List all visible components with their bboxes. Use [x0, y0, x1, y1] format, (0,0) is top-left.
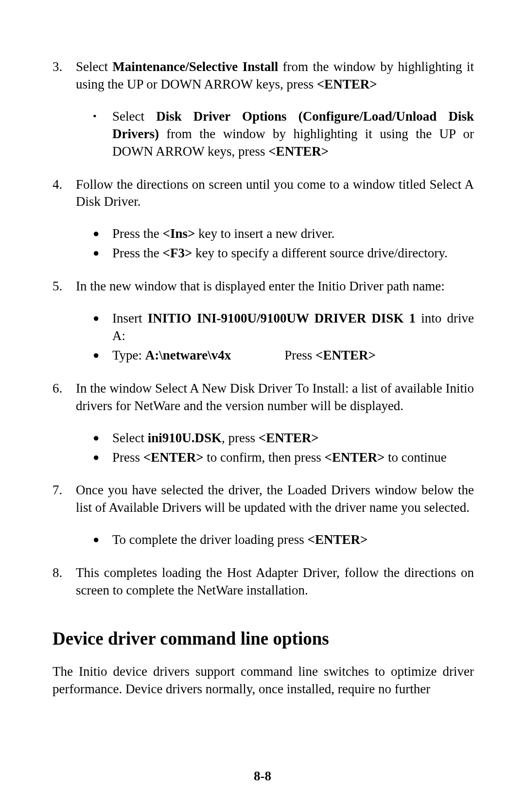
bullet-icon: ● [93, 347, 112, 364]
text: Select [112, 431, 148, 445]
key-ins: <Ins> [163, 226, 195, 241]
sub-list: ● Press the <Ins> key to insert a new dr… [76, 225, 474, 262]
step-text: Select Maintenance/Selective Install fro… [76, 58, 474, 93]
sub-list: • Select Disk Driver Options (Configure/… [76, 108, 474, 161]
bullet-icon: ● [93, 531, 112, 549]
step-5: 5. In the new window that is displayed e… [52, 278, 474, 366]
sub-text: To complete the driver loading press <EN… [112, 531, 474, 549]
step-marker: 8. [52, 564, 76, 599]
list-item: ● Insert INITIO INI-9100U/9100UW DRIVER … [93, 310, 474, 345]
bullet-icon: ● [93, 449, 112, 467]
text: to confirm, then press [204, 450, 325, 465]
key-enter: <ENTER> [308, 532, 368, 547]
step-4: 4. Follow the directions on screen until… [52, 176, 474, 265]
list-item: • Select Disk Driver Options (Configure/… [93, 108, 474, 161]
sub-text: Insert INITIO INI-9100U/9100UW DRIVER DI… [112, 310, 474, 345]
step-text: This completes loading the Host Adapter … [76, 564, 474, 599]
step-text: In the new window that is displayed ente… [76, 278, 474, 295]
list-item: ● Select ini910U.DSK, press <ENTER> [93, 430, 474, 447]
list-item: ● Press <ENTER> to confirm, then press <… [93, 449, 474, 467]
sub-text: Press the <F3> key to specify a differen… [112, 245, 474, 262]
step-6: 6. In the window Select A New Disk Drive… [52, 380, 474, 469]
step-text: In the window Select A New Disk Driver T… [76, 380, 474, 415]
step-marker: 6. [52, 380, 76, 469]
key-enter: <ENTER> [143, 450, 204, 465]
text: key to insert a new driver. [195, 226, 334, 241]
key-enter: <ENTER> [325, 450, 385, 465]
bullet-icon: ● [93, 245, 112, 262]
step-marker: 3. [52, 58, 76, 162]
sub-text: Press <ENTER> to confirm, then press <EN… [112, 449, 474, 467]
key-enter: <ENTER> [268, 144, 329, 159]
text: Type: [112, 348, 145, 362]
step-marker: 7. [52, 482, 76, 551]
step-7: 7. Once you have selected the driver, th… [52, 482, 474, 551]
list-item: ● Type: A:\netware\v4xPress <ENTER> [93, 347, 474, 364]
text: Press [284, 348, 315, 362]
text: Select [112, 109, 156, 124]
section-heading: Device driver command line options [52, 627, 474, 650]
bullet-icon: ● [93, 430, 112, 447]
sub-list: ● To complete the driver loading press <… [76, 531, 474, 549]
text: to continue [385, 450, 446, 465]
text: Select [76, 59, 112, 74]
sub-text: Press the <Ins> key to insert a new driv… [112, 225, 474, 243]
text: Press the [112, 246, 163, 260]
text: Press [112, 450, 143, 465]
step-3: 3. Select Maintenance/Selective Install … [52, 58, 474, 162]
bullet-icon: ● [93, 225, 112, 243]
list-item: ● Press the <Ins> key to insert a new dr… [93, 225, 474, 243]
step-marker: 4. [52, 176, 76, 265]
bullet-icon: ● [93, 310, 112, 345]
key-enter: <ENTER> [317, 77, 377, 91]
bullet-icon: • [93, 108, 112, 161]
text: , press [222, 431, 259, 445]
path-text: A:\netware\v4x [145, 348, 231, 362]
filename-text: ini910U.DSK [148, 431, 222, 445]
list-item: ● Press the <F3> key to specify a differ… [93, 245, 474, 262]
page-number: 8-8 [0, 768, 525, 785]
step-text: Once you have selected the driver, the L… [76, 482, 474, 517]
bold-text: Maintenance/Selective Install [112, 59, 278, 74]
key-f3: <F3> [163, 246, 192, 260]
page: 3. Select Maintenance/Selective Install … [0, 0, 525, 812]
step-text: Follow the directions on screen until yo… [76, 176, 474, 211]
text: To complete the driver loading press [112, 532, 308, 547]
step-8: 8. This completes loading the Host Adapt… [52, 564, 474, 599]
step-marker: 5. [52, 278, 76, 366]
instruction-list: 3. Select Maintenance/Selective Install … [52, 58, 474, 599]
sub-text: Select ini910U.DSK, press <ENTER> [112, 430, 474, 447]
text: Press the [112, 226, 163, 241]
text: Insert [112, 311, 148, 325]
key-enter: <ENTER> [315, 348, 376, 362]
text: key to specify a different source drive/… [192, 246, 448, 260]
body-paragraph: The Initio device drivers support comman… [52, 663, 474, 698]
bold-text: INITIO INI-9100U/9100UW DRIVER DISK 1 [148, 311, 416, 325]
sub-list: ● Insert INITIO INI-9100U/9100UW DRIVER … [76, 310, 474, 364]
key-enter: <ENTER> [259, 431, 319, 445]
sub-list: ● Select ini910U.DSK, press <ENTER> ● Pr… [76, 430, 474, 467]
list-item: ● To complete the driver loading press <… [93, 531, 474, 549]
sub-text: Select Disk Driver Options (Configure/Lo… [112, 108, 474, 161]
sub-text: Type: A:\netware\v4xPress <ENTER> [112, 347, 474, 364]
